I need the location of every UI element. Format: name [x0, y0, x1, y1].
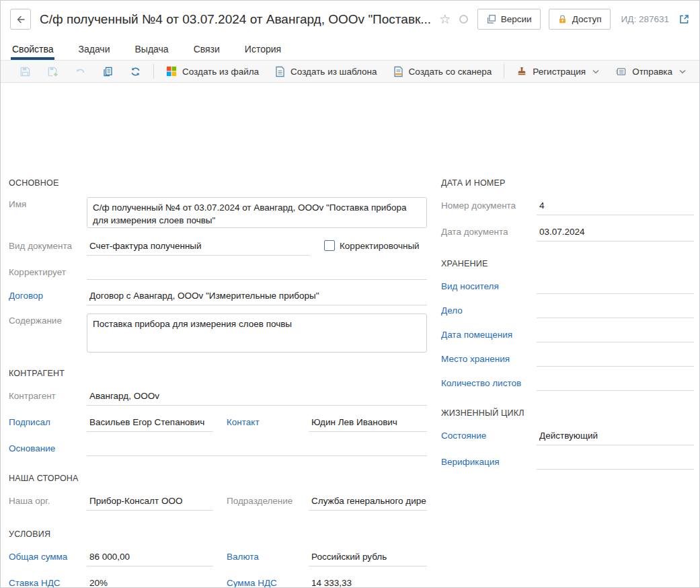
total-amount-field[interactable]: 86 000,00 [87, 550, 213, 566]
placement-date-label[interactable]: Дата помещения [441, 328, 537, 342]
toolbar-separator [153, 64, 154, 79]
name-field[interactable]: С/ф полученный №4 от 03.07.2024 от Аванг… [87, 197, 427, 228]
vat-rate-label[interactable]: Ставка НДС [9, 576, 87, 588]
case-file-label[interactable]: Дело [441, 303, 537, 318]
tab-history[interactable]: История [243, 44, 282, 60]
refresh-button[interactable] [122, 61, 149, 82]
adjustment-checkbox[interactable] [324, 240, 335, 251]
save-and-close-button[interactable] [39, 61, 67, 82]
save-plus-icon [47, 66, 59, 77]
save-button[interactable] [11, 61, 39, 82]
currency-field[interactable]: Российский рубль [309, 550, 427, 566]
tab-bar: Свойства Задачи Выдача Связи История [1, 38, 699, 60]
toolbar: Создать из файла Создать из шаблона Созд… [1, 60, 699, 83]
contract-field[interactable]: Договор с Авангард, ОООv "Измерительные … [87, 289, 427, 305]
create-from-scanner-label: Создать со сканера [409, 67, 492, 77]
create-from-scanner-button[interactable]: Создать со сканера [385, 61, 500, 82]
access-button[interactable]: Доступ [549, 9, 611, 30]
registration-label: Регистрация [533, 67, 586, 77]
contact-label[interactable]: Контакт [227, 415, 309, 429]
create-from-file-label: Создать из файла [182, 67, 259, 77]
tab-tasks[interactable]: Задачи [77, 44, 111, 60]
signed-by-field[interactable]: Васильев Егор Степанович [87, 415, 213, 432]
chevron-down-icon [679, 69, 686, 74]
subject-field[interactable]: Поставка прибора для измерения слоев поч… [87, 314, 427, 353]
verification-label[interactable]: Верификация [441, 455, 537, 469]
section-lifecycle: ЖИЗНЕННЫЙ ЦИКЛ [441, 408, 694, 418]
total-amount-label[interactable]: Общая сумма [9, 550, 87, 564]
versions-icon [486, 14, 496, 24]
refresh-icon [130, 66, 141, 77]
office-squares-icon [166, 66, 177, 77]
favorite-star-icon[interactable]: ☆ [439, 13, 451, 26]
state-label[interactable]: Состояние [441, 429, 537, 443]
right-column: ДАТА И НОМЕР Номер документа 4 Дата доку… [441, 174, 694, 470]
vat-rate-field[interactable]: 20% [87, 576, 213, 588]
doc-date-label: Дата документа [441, 225, 537, 239]
vat-amount-field[interactable]: 14 333,33 [309, 576, 427, 588]
section-counterparty: КОНТРАГЕНТ [9, 369, 427, 378]
versions-button-label: Версии [501, 14, 532, 24]
header: С/ф полученный №4 от 03.07.2024 от Аванг… [1, 1, 699, 38]
document-id: ИД: 287631 [621, 14, 669, 24]
sending-menu-button[interactable]: Отправка [607, 61, 694, 82]
tab-relations[interactable]: Связи [192, 44, 221, 60]
back-arrow-icon [15, 14, 26, 25]
name-label: Имя [9, 197, 87, 211]
medium-kind-field[interactable] [537, 279, 694, 294]
contact-field[interactable]: Юдин Лев Иванович [309, 415, 427, 432]
document-template-icon [275, 66, 285, 77]
undo-icon [75, 66, 86, 77]
more-actions-button[interactable]: ... [694, 64, 700, 79]
our-org-field[interactable]: Прибор-Консалт ООО [87, 494, 213, 511]
sheet-count-field[interactable] [537, 376, 694, 391]
left-column: ОСНОВНОЕ Имя С/ф полученный №4 от 03.07.… [9, 174, 427, 588]
back-button[interactable] [10, 9, 31, 30]
storage-place-label[interactable]: Место хранения [441, 352, 537, 366]
contract-label[interactable]: Договор [9, 289, 87, 303]
tab-properties[interactable]: Свойства [11, 44, 54, 60]
basis-field[interactable] [87, 441, 427, 456]
toolbar-separator [504, 64, 504, 79]
basis-label[interactable]: Основание [9, 441, 87, 455]
undo-button[interactable] [67, 61, 94, 82]
open-in-new-window-icon[interactable] [678, 13, 690, 25]
section-main: ОСНОВНОЕ [9, 178, 427, 188]
save-icon [20, 66, 31, 77]
doc-kind-label: Вид документа [9, 239, 87, 253]
subject-label: Содержание [9, 314, 87, 328]
document-card-window: С/ф полученный №4 от 03.07.2024 от Аванг… [0, 0, 700, 588]
send-list-icon [615, 67, 627, 77]
signed-by-label[interactable]: Подписал [9, 415, 87, 429]
case-file-field[interactable] [537, 303, 694, 318]
placement-date-field[interactable] [537, 328, 694, 342]
section-terms: УСЛОВИЯ [9, 529, 427, 539]
doc-number-field[interactable]: 4 [537, 198, 694, 215]
storage-place-field[interactable] [537, 352, 694, 367]
vat-amount-label[interactable]: Сумма НДС [227, 576, 309, 588]
copy-button[interactable] [94, 61, 122, 82]
our-org-label: Наша орг. [9, 494, 87, 508]
sending-label: Отправка [632, 67, 672, 77]
medium-kind-label[interactable]: Вид носителя [441, 279, 537, 293]
counterparty-label: Контрагент [9, 389, 87, 403]
adjustment-checkbox-label: Корректировочный [340, 239, 420, 253]
create-from-template-button[interactable]: Создать из шаблона [267, 61, 385, 82]
registration-menu-button[interactable]: Регистрация [508, 61, 607, 82]
currency-label[interactable]: Валюта [227, 550, 309, 564]
state-field[interactable]: Действующий [537, 429, 694, 445]
corrects-field[interactable] [87, 265, 427, 280]
versions-button[interactable]: Версии [477, 9, 541, 30]
copy-icon [102, 66, 114, 77]
doc-date-field[interactable]: 03.07.2024 [537, 225, 694, 242]
verification-field[interactable] [537, 455, 694, 470]
access-button-label: Доступ [572, 14, 602, 24]
section-our-side: НАША СТОРОНА [9, 474, 427, 483]
department-label: Подразделение [227, 494, 309, 508]
department-field[interactable]: Служба генерального дире [309, 494, 427, 511]
create-from-file-button[interactable]: Создать из файла [158, 61, 267, 82]
sheet-count-label[interactable]: Количество листов [441, 376, 537, 390]
tab-issuance[interactable]: Выдача [134, 44, 170, 60]
counterparty-field[interactable]: Авангард, ОООv [87, 389, 427, 406]
doc-kind-field[interactable]: Счет-фактура полученный [87, 239, 310, 256]
